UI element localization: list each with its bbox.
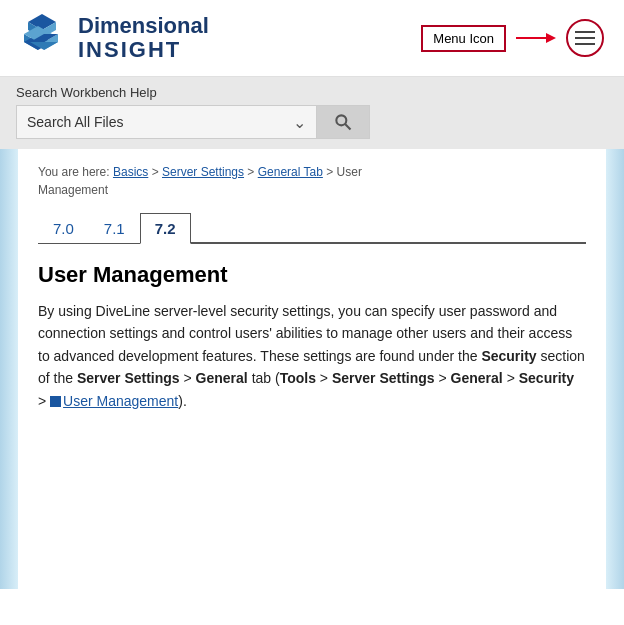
- tab-7-2[interactable]: 7.2: [140, 213, 191, 244]
- menu-icon-label: Menu Icon: [421, 25, 506, 52]
- breadcrumb-sep1: >: [148, 165, 162, 179]
- logo-line2: INSIGHT: [78, 38, 209, 62]
- search-button[interactable]: [316, 105, 370, 139]
- server-settings-bold2: Server Settings: [332, 370, 435, 386]
- breadcrumb: You are here: Basics > Server Settings >…: [38, 163, 586, 199]
- security-bold: Security: [481, 348, 536, 364]
- article-body: By using DiveLine server-level security …: [38, 300, 586, 412]
- security-bold2: Security: [519, 370, 574, 386]
- left-sidebar-bar: [0, 149, 18, 589]
- user-management-link[interactable]: User Management: [63, 393, 178, 409]
- version-tabs: 7.0 7.1 7.2: [38, 213, 586, 244]
- search-section: Search Workbench Help Search All Files ⌄: [0, 77, 624, 149]
- search-icon: [333, 112, 353, 132]
- breadcrumb-general-tab[interactable]: General Tab: [258, 165, 323, 179]
- content-area: You are here: Basics > Server Settings >…: [18, 149, 606, 589]
- svg-line-12: [345, 124, 350, 129]
- svg-point-11: [336, 115, 346, 125]
- svg-marker-10: [546, 33, 556, 43]
- breadcrumb-basics[interactable]: Basics: [113, 165, 148, 179]
- right-sidebar-bar: [606, 149, 624, 589]
- breadcrumb-prefix: You are here:: [38, 165, 113, 179]
- logo-area: Dimensional INSIGHT: [16, 12, 209, 64]
- arrow-icon: [516, 28, 556, 48]
- breadcrumb-sep2: >: [244, 165, 258, 179]
- article-title: User Management: [38, 262, 586, 288]
- hamburger-bar-2: [575, 37, 595, 39]
- server-settings-bold: Server Settings: [77, 370, 180, 386]
- tab-7-1[interactable]: 7.1: [89, 213, 140, 244]
- main-content: You are here: Basics > Server Settings >…: [0, 149, 624, 589]
- search-section-label: Search Workbench Help: [16, 85, 608, 100]
- tools-bold: Tools: [280, 370, 316, 386]
- hamburger-menu-button[interactable]: [566, 19, 604, 57]
- tab-line: [191, 242, 586, 243]
- link-icon: [50, 396, 61, 407]
- menu-icon-area: Menu Icon: [421, 19, 604, 57]
- search-row: Search All Files ⌄: [16, 105, 608, 139]
- search-dropdown-value: Search All Files: [27, 114, 123, 130]
- hamburger-bar-1: [575, 31, 595, 33]
- page-header: Dimensional INSIGHT Menu Icon: [0, 0, 624, 77]
- breadcrumb-server-settings[interactable]: Server Settings: [162, 165, 244, 179]
- chevron-down-icon: ⌄: [293, 113, 306, 132]
- general-bold: General: [196, 370, 248, 386]
- logo-text: Dimensional INSIGHT: [78, 14, 209, 62]
- logo-icon: [16, 12, 68, 64]
- hamburger-bar-3: [575, 43, 595, 45]
- general-bold2: General: [451, 370, 503, 386]
- logo-line1: Dimensional: [78, 14, 209, 38]
- tab-7-0[interactable]: 7.0: [38, 213, 89, 244]
- search-dropdown[interactable]: Search All Files ⌄: [16, 105, 316, 139]
